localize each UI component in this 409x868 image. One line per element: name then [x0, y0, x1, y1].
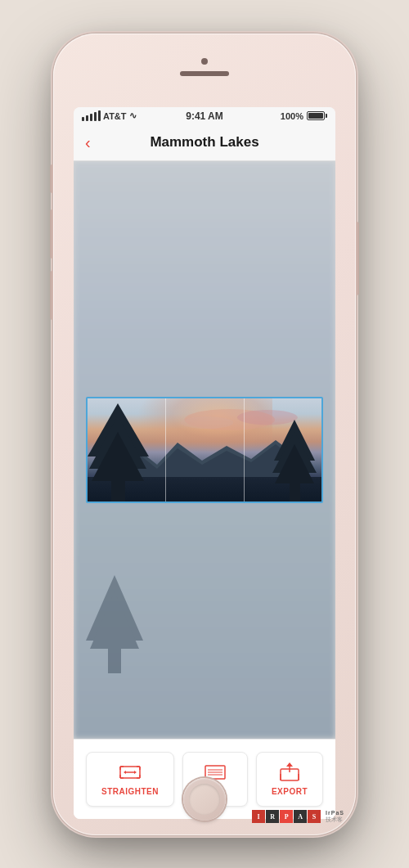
battery-icon — [307, 111, 327, 120]
watermark-text-area: IrPaS 技术客 — [326, 810, 344, 824]
watermark-r: R — [266, 810, 279, 823]
watermark-s: S — [308, 810, 321, 823]
back-button[interactable]: ‹ — [85, 133, 91, 152]
status-bar: AT&T ∿ 9:41 AM 100% — [74, 107, 335, 125]
svg-rect-11 — [111, 477, 125, 501]
battery-body — [307, 111, 325, 120]
watermark-a: A — [294, 810, 307, 823]
speaker-slot — [180, 71, 229, 76]
status-right: 100% — [281, 111, 327, 121]
battery-percent: 100% — [281, 111, 303, 121]
battery-tip — [326, 114, 327, 118]
straighten-icon-svg — [119, 763, 142, 781]
straighten-label: STRAIGHTEN — [101, 787, 159, 796]
phone-outer: AT&T ∿ 9:41 AM 100% ‹ Mammoth L — [0, 0, 409, 868]
svg-rect-15 — [290, 481, 300, 501]
watermark-p: P — [280, 810, 293, 823]
home-button-inner — [189, 784, 220, 815]
status-time: 9:41 AM — [186, 110, 223, 122]
nav-bar: ‹ Mammoth Lakes — [74, 125, 335, 161]
signal-strength — [82, 110, 101, 121]
grid-line-2 — [244, 398, 245, 501]
power-button[interactable] — [356, 222, 359, 295]
signal-dot-3 — [90, 114, 92, 121]
bg-tree-left — [82, 575, 147, 673]
home-button-outer — [183, 778, 226, 821]
wifi-icon: ∿ — [129, 110, 137, 121]
grid-line-1 — [165, 398, 166, 501]
watermark-cn: 技术客 — [326, 816, 344, 824]
page-title: Mammoth Lakes — [150, 134, 258, 151]
svg-point-5 — [181, 416, 234, 429]
front-camera — [201, 58, 208, 65]
battery-fill — [308, 113, 323, 119]
volume-down-button[interactable] — [50, 271, 53, 320]
svg-rect-2 — [108, 641, 121, 673]
export-icon-svg — [278, 762, 301, 782]
watermark-brand: IrPaS — [326, 810, 344, 816]
svg-marker-18 — [124, 771, 126, 774]
image-editor-area — [74, 161, 335, 739]
main-content: STRAIGHTEN — [74, 161, 335, 819]
tree-right-svg — [272, 420, 317, 501]
status-left: AT&T ∿ — [82, 110, 137, 121]
full-image-background — [74, 161, 335, 739]
export-icon — [278, 762, 301, 782]
svg-marker-26 — [286, 762, 293, 767]
carrier-name: AT&T — [103, 111, 127, 121]
phone-top-hardware — [180, 58, 229, 76]
tree-left-svg — [88, 403, 149, 501]
signal-dot-5 — [98, 110, 101, 121]
volume-up-button[interactable] — [50, 209, 53, 259]
svg-marker-19 — [134, 771, 137, 774]
signal-dot-1 — [82, 117, 84, 121]
crop-selection-box — [86, 397, 323, 503]
signal-dot-2 — [86, 115, 88, 121]
watermark: I R P A S IrPaS 技术客 — [252, 810, 344, 824]
signal-dot-4 — [94, 112, 97, 121]
watermark-boxes: I R P A S — [252, 810, 321, 823]
home-button[interactable] — [183, 778, 226, 821]
phone-frame: AT&T ∿ 9:41 AM 100% ‹ Mammoth L — [53, 34, 356, 835]
export-label: EXPORT — [272, 787, 308, 796]
watermark-i: I — [252, 810, 265, 823]
phone-screen: AT&T ∿ 9:41 AM 100% ‹ Mammoth L — [74, 107, 335, 819]
straighten-icon — [119, 762, 142, 782]
export-button[interactable]: EXPORT — [256, 752, 323, 807]
mute-button[interactable] — [50, 164, 53, 193]
straighten-button[interactable]: STRAIGHTEN — [86, 752, 174, 807]
